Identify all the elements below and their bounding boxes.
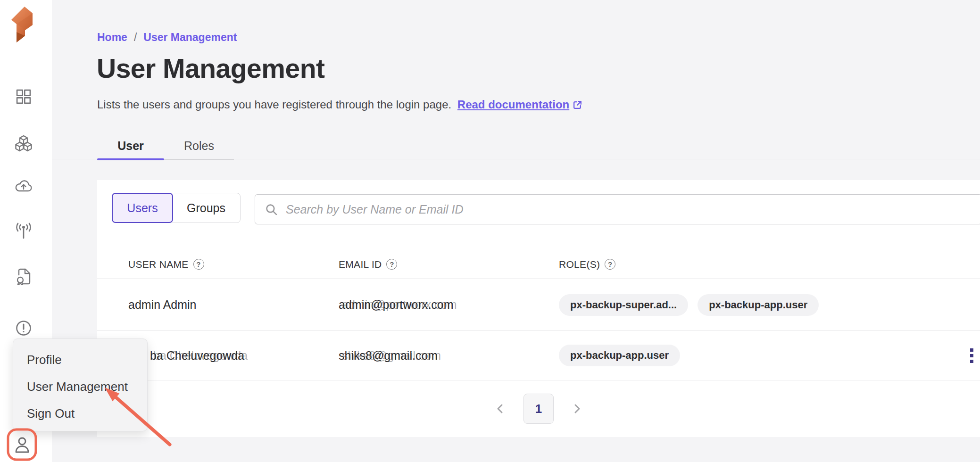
toggle-groups-button[interactable]: Groups	[172, 193, 241, 223]
clusters-cubes-icon	[15, 135, 32, 153]
page-description: Lists the users and groups you have regi…	[97, 98, 582, 113]
tab-roles[interactable]: Roles	[164, 132, 234, 159]
cell-email: shiks8@gmail.com	[339, 349, 559, 363]
page-title: User Management	[97, 53, 325, 84]
user-popup-menu: Profile User Management Sign Out	[13, 338, 148, 431]
row-actions-kebab-icon[interactable]	[970, 348, 980, 363]
breadcrumb-home-link[interactable]: Home	[97, 31, 127, 44]
toolbar: Users Groups	[97, 193, 980, 224]
help-icon[interactable]: ?	[386, 259, 397, 270]
users-groups-toggle: Users Groups	[112, 193, 241, 223]
role-chip: px-backup-super.ad...	[559, 294, 688, 316]
breadcrumb: Home / User Management	[97, 31, 237, 44]
chevron-right-icon[interactable]	[571, 403, 583, 415]
page-number-button[interactable]: 1	[523, 394, 554, 424]
sidebar-item-activity[interactable]	[13, 221, 34, 241]
column-email-id: EMAIL ID ?	[339, 259, 559, 270]
table-row: admin Admin admin@portworx.com px-backup…	[97, 279, 980, 331]
page-description-text: Lists the users and groups you have regi…	[97, 98, 451, 111]
alert-circle-icon	[16, 320, 32, 336]
search-box	[255, 194, 980, 224]
table-row: ba Cheluvegowda shiks8@gmail.com px-back…	[97, 331, 980, 380]
content-card: Users Groups USER NAME ? EMAIL ID ? ROLE…	[97, 180, 980, 437]
sidebar-item-cloud-upload[interactable]	[13, 176, 34, 197]
breadcrumb-separator: /	[134, 31, 137, 44]
read-documentation-link[interactable]: Read documentation	[457, 98, 569, 111]
users-table: USER NAME ? EMAIL ID ? ROLE(S) ? admin A…	[97, 250, 980, 380]
cell-roles: px-backup-super.ad... px-backup-app.user	[559, 294, 938, 316]
search-input[interactable]	[285, 202, 980, 217]
column-roles: ROLE(S) ?	[559, 259, 938, 270]
broadcast-antenna-icon	[14, 223, 33, 239]
role-chip: px-backup-app.user	[698, 294, 819, 316]
user-avatar-icon	[12, 435, 32, 456]
sidebar-item-alerts[interactable]	[13, 318, 34, 338]
table-header-row: USER NAME ? EMAIL ID ? ROLE(S) ?	[97, 250, 980, 279]
sidebar-item-dashboard[interactable]	[13, 86, 34, 107]
page-header: Home / User Management User Management L…	[52, 0, 980, 159]
cloud-upload-icon	[15, 179, 33, 194]
tab-user[interactable]: User	[97, 132, 164, 159]
menu-item-user-management[interactable]: User Management	[13, 373, 147, 400]
column-roles-label: ROLE(S)	[559, 259, 600, 270]
external-link-icon	[573, 99, 582, 113]
user-avatar-button[interactable]	[10, 433, 34, 458]
help-icon[interactable]: ?	[193, 259, 204, 270]
dashboard-grid-icon	[16, 89, 32, 105]
cell-email: admin@portworx.com	[339, 298, 559, 312]
license-document-icon	[16, 267, 32, 285]
tab-bar: User Roles	[97, 132, 234, 160]
cell-user-name: admin Admin	[128, 298, 339, 312]
cell-roles: px-backup-app.user	[559, 345, 938, 366]
menu-item-profile[interactable]: Profile	[13, 346, 147, 373]
breadcrumb-current-link[interactable]: User Management	[143, 31, 237, 44]
role-chip: px-backup-app.user	[559, 345, 680, 366]
sidebar-item-clusters[interactable]	[13, 133, 34, 154]
help-icon[interactable]: ?	[605, 259, 615, 270]
px-backup-app: { "colors": { "accent_purple": "#6d5be8"…	[0, 0, 980, 462]
search-icon	[265, 203, 278, 216]
toggle-users-button[interactable]: Users	[112, 193, 173, 223]
sidebar-item-license[interactable]	[13, 266, 34, 287]
column-user-name: USER NAME ?	[128, 259, 339, 270]
menu-item-sign-out[interactable]: Sign Out	[13, 400, 147, 427]
portworx-logo-icon[interactable]	[10, 4, 36, 42]
cell-user-name: ba Cheluvegowda	[128, 349, 339, 363]
chevron-left-icon[interactable]	[494, 403, 507, 415]
column-email-id-label: EMAIL ID	[339, 259, 382, 270]
pagination: 1	[97, 380, 980, 437]
column-user-name-label: USER NAME	[128, 259, 189, 270]
